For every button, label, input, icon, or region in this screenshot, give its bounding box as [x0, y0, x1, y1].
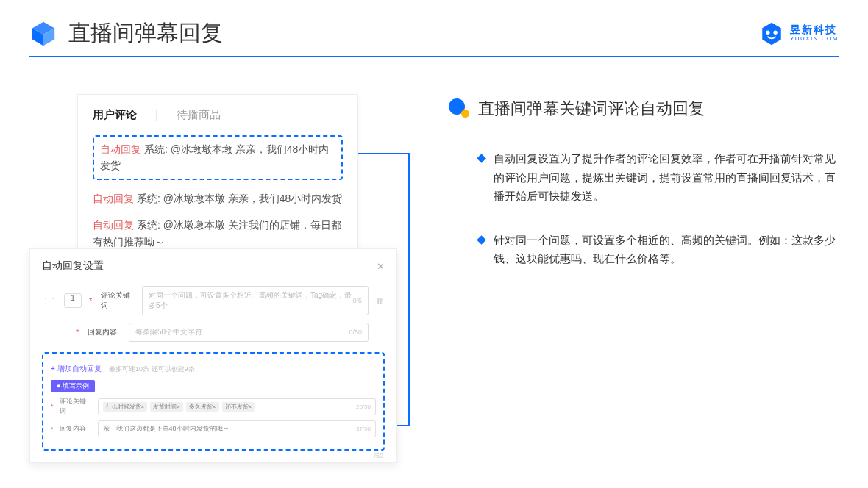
- drag-handle-icon[interactable]: ⋮⋮: [42, 297, 57, 305]
- keyword-row: ⋮⋮ 1 * 评论关键词 对同一个问题，可设置多个相近、高频的关键词，Tag确定…: [42, 286, 385, 315]
- left-column: 用户评论 | 待播商品 自动回复 系统: @冰墩墩本墩 亲亲，我们48小时内发货…: [29, 94, 397, 439]
- comment-row-highlighted: 自动回复 系统: @冰墩墩本墩 亲亲，我们48小时内发货: [93, 135, 343, 180]
- ex-keyword-field[interactable]: 什么时候发货× 发货时间× 多久发货× 还不发货× 20/50: [98, 398, 376, 415]
- auto-reply-tag: 自动回复: [100, 143, 141, 155]
- comment-row: 自动回复 系统: @冰墩墩本墩 亲亲，我们48小时内发货: [93, 190, 343, 207]
- right-column: 直播间弹幕关键词评论自动回复 自动回复设置为了提升作者的评论回复效率，作者可在开…: [449, 94, 839, 439]
- section-heading: 直播间弹幕关键词评论自动回复: [449, 98, 839, 120]
- bullet-text: 自动回复设置为了提升作者的评论回复效率，作者可在开播前针对常见的评论用户问题，提…: [494, 149, 839, 206]
- content-input[interactable]: 每条限50个中文字符 0/50: [129, 323, 369, 342]
- auto-reply-tag: 自动回复: [93, 193, 134, 204]
- order-number[interactable]: 1: [64, 293, 82, 308]
- comments-tabs: 用户评论 | 待播商品: [93, 108, 343, 122]
- content-label: 回复内容: [88, 327, 121, 337]
- ex-keyword-label: 评论关键词: [60, 397, 92, 416]
- comment-text: 系统: @冰墩墩本墩 亲亲，我们48小时内发货: [137, 193, 342, 204]
- auto-reply-tag: 自动回复: [93, 219, 134, 231]
- diamond-icon: [477, 154, 486, 163]
- example-badge: ● 填写示例: [51, 380, 95, 392]
- delete-icon[interactable]: 🗑: [376, 296, 385, 305]
- connector-line: [358, 153, 408, 154]
- keyword-input[interactable]: 对同一个问题，可设置多个相近、高频的关键词，Tag确定，最多5个 0/5: [142, 286, 369, 315]
- ex-content-label: 回复内容: [60, 424, 92, 434]
- cube-icon: [29, 20, 57, 48]
- example-box: + 增加自动回复 最多可建10条 还可以创建9条 ● 填写示例 * 评论关键词 …: [42, 352, 385, 451]
- tab-products[interactable]: 待播商品: [177, 108, 221, 122]
- connector-line: [408, 153, 410, 425]
- settings-card: 自动回复设置 ✕ ⋮⋮ 1 * 评论关键词 对同一个问题，可设置多个相近、高频的…: [29, 248, 397, 463]
- svg-point-4: [766, 30, 769, 34]
- svg-point-5: [773, 30, 777, 34]
- diamond-icon: [477, 235, 486, 245]
- tab-divider: |: [155, 108, 158, 122]
- tail-count: /50: [374, 452, 383, 459]
- svg-marker-3: [762, 22, 781, 45]
- content-row: * 回复内容 每条限50个中文字符 0/50: [42, 323, 385, 342]
- logo-hex-icon: [759, 21, 784, 46]
- ex-content-field[interactable]: 亲，我们这边都是下单48小时内发货的哦～ 37/50: [98, 420, 376, 437]
- bullet-item: 针对同一个问题，可设置多个相近的、高频的关键词。例如：这款多少钱、这块能优惠吗、…: [449, 231, 839, 268]
- example-keyword-row: * 评论关键词 什么时候发货× 发货时间× 多久发货× 还不发货× 20/50: [51, 397, 376, 416]
- required-mark: *: [89, 296, 93, 305]
- connector-line: [397, 425, 410, 426]
- required-mark: *: [76, 328, 80, 337]
- bullet-dot-icon: [449, 98, 469, 119]
- keyword-tag: 还不发货×: [222, 402, 255, 412]
- page-header: 直播间弹幕回复 昱新科技 YUUXIN.COM: [0, 0, 868, 56]
- brand-logo: 昱新科技 YUUXIN.COM: [759, 21, 839, 46]
- page-title: 直播间弹幕回复: [68, 18, 223, 49]
- keyword-tag: 多久发货×: [186, 402, 219, 412]
- example-content-row: * 回复内容 亲，我们这边都是下单48小时内发货的哦～ 37/50: [51, 420, 376, 437]
- content-area: 用户评论 | 待播商品 自动回复 系统: @冰墩墩本墩 亲亲，我们48小时内发货…: [0, 57, 868, 454]
- keyword-label: 评论关键词: [101, 290, 135, 311]
- bullet-item: 自动回复设置为了提升作者的评论回复效率，作者可在开播前针对常见的评论用户问题，提…: [449, 149, 839, 206]
- add-autoreply-link[interactable]: + 增加自动回复: [51, 365, 102, 373]
- keyword-tag: 发货时间×: [150, 402, 183, 412]
- add-note: 最多可建10条 还可以创建9条: [109, 365, 195, 373]
- section-title: 直播间弹幕关键词评论自动回复: [478, 98, 705, 120]
- logo-en: YUUXIN.COM: [790, 36, 839, 43]
- tab-comments[interactable]: 用户评论: [93, 108, 137, 122]
- comment-row: 自动回复 系统: @冰墩墩本墩 关注我们的店铺，每日都有热门推荐呦～: [93, 217, 343, 250]
- keyword-tag: 什么时候发货×: [103, 402, 148, 412]
- header-left: 直播间弹幕回复: [29, 18, 223, 49]
- bullet-text: 针对同一个问题，可设置多个相近的、高频的关键词。例如：这款多少钱、这块能优惠吗、…: [494, 231, 839, 268]
- settings-title: 自动回复设置: [42, 259, 104, 273]
- logo-cn: 昱新科技: [790, 24, 839, 35]
- close-icon[interactable]: ✕: [377, 261, 385, 272]
